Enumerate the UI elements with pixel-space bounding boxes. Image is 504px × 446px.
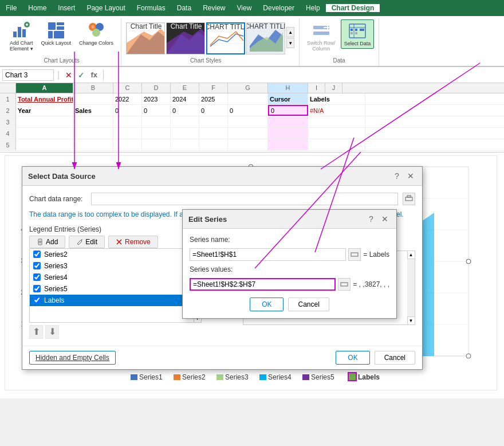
insert-function-icon[interactable]: fx bbox=[88, 69, 100, 81]
cell-d2[interactable]: 0 bbox=[142, 105, 171, 116]
cell-a3[interactable] bbox=[16, 116, 73, 127]
cell-e4[interactable] bbox=[171, 128, 199, 139]
col-header-c[interactable]: C bbox=[113, 83, 142, 93]
cell-a5[interactable] bbox=[16, 139, 73, 150]
cell-c2[interactable]: 0 bbox=[113, 105, 142, 116]
cell-c3[interactable] bbox=[113, 116, 142, 127]
legend-item-series4[interactable]: Series4 bbox=[30, 272, 194, 283]
cell-e2[interactable]: 0 bbox=[171, 105, 199, 116]
legend-labels-checkbox[interactable] bbox=[33, 296, 41, 304]
cell-f2[interactable]: 0 bbox=[199, 105, 228, 116]
col-header-g[interactable]: G bbox=[228, 83, 268, 93]
menu-review[interactable]: Review bbox=[197, 4, 231, 12]
menu-view[interactable]: View bbox=[231, 4, 258, 12]
cell-i3[interactable] bbox=[308, 116, 365, 127]
select-data-cancel-button[interactable]: Cancel bbox=[375, 351, 415, 365]
cell-a4[interactable] bbox=[16, 128, 73, 139]
change-colors-button[interactable]: Change Colors bbox=[76, 19, 116, 48]
add-chart-element-button[interactable]: Add ChartElement ▾ bbox=[7, 19, 36, 53]
remove-series-button[interactable]: Remove bbox=[108, 236, 158, 248]
hidden-empty-cells-button[interactable]: Hidden and Empty Cells bbox=[29, 351, 116, 365]
name-box[interactable] bbox=[2, 69, 54, 81]
cancel-formula-icon[interactable]: ✕ bbox=[63, 69, 74, 81]
cell-a2[interactable]: Year bbox=[16, 105, 73, 116]
col-header-a[interactable]: A bbox=[16, 83, 73, 93]
quick-layout-button[interactable]: Quick Layout bbox=[38, 19, 74, 48]
series-values-expand-button[interactable] bbox=[338, 278, 351, 291]
cell-h2[interactable]: 0 bbox=[268, 105, 308, 116]
edit-series-help-button[interactable]: ? bbox=[365, 213, 377, 225]
edit-series-cancel-button[interactable]: Cancel bbox=[288, 298, 329, 311]
series-name-input[interactable] bbox=[190, 248, 346, 261]
cell-g2[interactable]: 0 bbox=[228, 105, 268, 116]
legend-series4-checkbox[interactable] bbox=[33, 273, 41, 281]
col-header-h[interactable]: H bbox=[268, 83, 308, 93]
menu-home[interactable]: Home bbox=[22, 4, 52, 12]
cell-g5[interactable] bbox=[228, 139, 268, 150]
chart-data-range-expand-button[interactable] bbox=[403, 193, 415, 205]
series-name-expand-button[interactable] bbox=[348, 248, 361, 261]
cell-f1[interactable]: 2025 bbox=[199, 93, 228, 104]
cell-g3[interactable] bbox=[228, 116, 268, 127]
style-scroll-up[interactable]: ▲ bbox=[286, 27, 294, 37]
chart-style-1[interactable]: Chart Title bbox=[126, 22, 165, 54]
cell-d5[interactable] bbox=[142, 139, 171, 150]
legend-series2-checkbox[interactable] bbox=[33, 251, 41, 258]
chart-style-4[interactable]: CHART TITLE bbox=[246, 22, 285, 54]
legend-item-series5[interactable]: Series5 bbox=[30, 283, 194, 295]
axis-scroll-up-button[interactable]: ▲ bbox=[407, 251, 415, 259]
move-down-button[interactable]: ⬇ bbox=[45, 325, 59, 339]
cell-e3[interactable] bbox=[171, 116, 199, 127]
style-scroll-down[interactable]: ▼ bbox=[286, 38, 294, 48]
col-header-d[interactable]: D bbox=[142, 83, 171, 93]
cell-d1[interactable]: 2023 bbox=[142, 93, 171, 104]
cell-d3[interactable] bbox=[142, 116, 171, 127]
col-header-j[interactable]: J bbox=[325, 83, 342, 93]
formula-input[interactable] bbox=[107, 70, 502, 80]
edit-series-close-button[interactable]: ✕ bbox=[379, 213, 391, 225]
cell-b1[interactable] bbox=[73, 93, 113, 104]
cell-h1[interactable]: Cursor bbox=[268, 93, 308, 104]
cell-b5[interactable] bbox=[73, 139, 113, 150]
series-values-input[interactable] bbox=[190, 278, 336, 291]
menu-page-layout[interactable]: Page Layout bbox=[81, 4, 131, 12]
chart-data-range-input[interactable] bbox=[91, 193, 398, 205]
legend-item-series2[interactable]: Series2 bbox=[30, 249, 194, 260]
cell-i2[interactable]: #N/A bbox=[308, 105, 365, 116]
cell-i4[interactable] bbox=[308, 128, 365, 139]
cell-f3[interactable] bbox=[199, 116, 228, 127]
legend-item-labels[interactable]: Labels bbox=[30, 295, 194, 306]
cell-h3[interactable] bbox=[268, 116, 308, 127]
cell-b2[interactable]: Sales bbox=[73, 105, 113, 116]
select-data-close-button[interactable]: ✕ bbox=[405, 170, 416, 182]
cell-e1[interactable]: 2024 bbox=[171, 93, 199, 104]
col-header-i[interactable]: I bbox=[308, 83, 325, 93]
select-data-button[interactable]: Select Data bbox=[341, 19, 375, 49]
cell-b3[interactable] bbox=[73, 116, 113, 127]
legend-series3-checkbox[interactable] bbox=[33, 262, 41, 269]
chart-style-3[interactable]: CHART TITLE bbox=[206, 22, 245, 54]
cell-c5[interactable] bbox=[113, 139, 142, 150]
cell-g4[interactable] bbox=[228, 128, 268, 139]
cell-f5[interactable] bbox=[199, 139, 228, 150]
menu-help[interactable]: Help bbox=[300, 4, 326, 12]
move-up-button[interactable]: ⬆ bbox=[29, 325, 43, 339]
menu-data[interactable]: Data bbox=[171, 4, 197, 12]
add-series-button[interactable]: Add bbox=[29, 236, 65, 248]
menu-developer[interactable]: Developer bbox=[257, 4, 300, 12]
menu-formulas[interactable]: Formulas bbox=[131, 4, 171, 12]
col-header-b[interactable]: B bbox=[73, 83, 113, 93]
cell-i1[interactable]: Labels bbox=[308, 93, 365, 104]
cell-g1[interactable] bbox=[228, 93, 268, 104]
edit-series-button[interactable]: Edit bbox=[69, 236, 105, 248]
cell-f4[interactable] bbox=[199, 128, 228, 139]
cell-h4[interactable] bbox=[268, 128, 308, 139]
select-data-help-button[interactable]: ? bbox=[391, 170, 403, 182]
cell-e5[interactable] bbox=[171, 139, 199, 150]
menu-insert[interactable]: Insert bbox=[52, 4, 81, 12]
cell-b4[interactable] bbox=[73, 128, 113, 139]
col-header-e[interactable]: E bbox=[171, 83, 199, 93]
axis-scroll-down-button[interactable]: ▼ bbox=[407, 316, 415, 324]
col-header-f[interactable]: F bbox=[199, 83, 228, 93]
chart-style-2[interactable]: Chart Title bbox=[166, 22, 205, 54]
